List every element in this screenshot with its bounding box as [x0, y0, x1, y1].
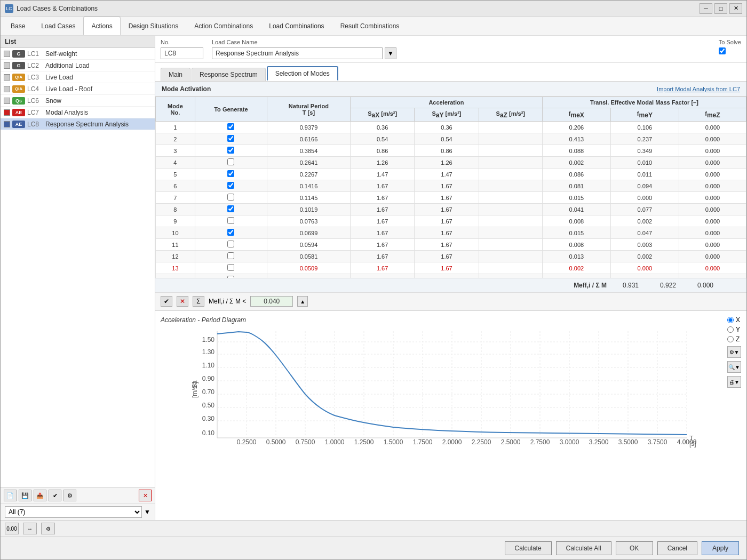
tool-btn-3[interactable]: ⚙: [41, 523, 55, 534]
cell-saz: [479, 122, 542, 133]
cell-fmex: 0.013: [542, 251, 610, 262]
radio-z[interactable]: Z: [727, 335, 740, 343]
lc7-stripe: [4, 109, 10, 116]
cell-generate[interactable]: [195, 180, 267, 192]
chart-zoom-btn[interactable]: 🔍▼: [727, 361, 741, 373]
cell-generate[interactable]: [195, 169, 267, 180]
cell-generate[interactable]: [195, 157, 267, 169]
generate-checkbox[interactable]: [227, 194, 234, 201]
generate-checkbox[interactable]: [227, 241, 234, 247]
tab-main[interactable]: Main: [161, 68, 190, 81]
tab-result-combinations[interactable]: Result Combinations: [332, 17, 408, 35]
delete-button[interactable]: ✕: [139, 490, 152, 501]
chart-print-btn[interactable]: 🖨▼: [727, 376, 741, 388]
radio-y[interactable]: Y: [727, 326, 740, 333]
filter-value-input[interactable]: [250, 296, 293, 307]
table-row: 5 0.2267 1.47 1.47 0.086 0.011 0.000: [156, 169, 746, 180]
tab-base[interactable]: Base: [3, 17, 33, 35]
generate-checkbox[interactable]: [227, 252, 234, 259]
filter-sigma-btn[interactable]: Σ: [193, 296, 204, 307]
filter-up-btn[interactable]: ▲: [297, 296, 308, 307]
ok-button[interactable]: OK: [616, 541, 653, 555]
table-row: 2 0.6166 0.54 0.54 0.413 0.237 0.000: [156, 133, 746, 145]
generate-checkbox[interactable]: [227, 147, 234, 154]
name-input[interactable]: [212, 47, 383, 59]
cancel-button[interactable]: Cancel: [657, 541, 697, 555]
filter-check-btn[interactable]: ✔: [161, 296, 172, 307]
lc4-id: LC4: [27, 85, 43, 93]
generate-checkbox[interactable]: [227, 229, 234, 236]
filter-delete-btn[interactable]: ✕: [177, 296, 188, 307]
cell-generate[interactable]: [195, 204, 267, 215]
minimize-button[interactable]: ─: [700, 3, 712, 14]
list-item-lc3[interactable]: QiA LC3 Live Load: [1, 71, 155, 83]
cell-generate[interactable]: [195, 215, 267, 227]
cell-generate[interactable]: [195, 145, 267, 157]
svg-text:3.5000: 3.5000: [618, 438, 638, 446]
cell-generate[interactable]: [195, 262, 267, 274]
tab-design-situations[interactable]: Design Situations: [121, 17, 186, 35]
tab-action-combinations[interactable]: Action Combinations: [186, 17, 261, 35]
radio-x[interactable]: X: [727, 316, 740, 324]
radio-z-input[interactable]: [727, 336, 734, 342]
generate-checkbox[interactable]: [227, 158, 234, 165]
tab-actions[interactable]: Actions: [83, 17, 120, 35]
maximize-button[interactable]: □: [714, 3, 727, 14]
list-item-lc6[interactable]: Qs LC6 Snow: [1, 95, 155, 107]
cell-generate[interactable]: [195, 274, 267, 278]
no-label: No.: [161, 39, 203, 45]
cell-generate[interactable]: [195, 227, 267, 239]
calculate-button[interactable]: Calculate: [505, 541, 552, 555]
list-item-lc7[interactable]: AE LC7 Modal Analysis: [1, 107, 155, 118]
cell-generate[interactable]: [195, 133, 267, 145]
svg-text:0.50: 0.50: [202, 402, 215, 409]
tool-btn-1[interactable]: 0.00: [5, 523, 19, 534]
to-solve-checkbox[interactable]: [719, 47, 726, 54]
svg-text:3.0000: 3.0000: [560, 438, 579, 446]
cell-generate[interactable]: [195, 239, 267, 251]
generate-checkbox[interactable]: [227, 123, 234, 130]
name-dropdown-arrow[interactable]: ▼: [385, 47, 396, 59]
svg-text:1.5000: 1.5000: [384, 438, 403, 446]
generate-checkbox[interactable]: [227, 135, 234, 142]
tab-selection-of-modes[interactable]: Selection of Modes: [267, 66, 338, 81]
list-item-lc1[interactable]: G LC1 Self-weight: [1, 48, 155, 60]
settings-button[interactable]: ⚙: [63, 490, 76, 501]
generate-checkbox[interactable]: [227, 182, 234, 189]
import-link[interactable]: Import Modal Analysis from LC7: [657, 86, 740, 92]
lc8-id: LC8: [27, 121, 43, 128]
tab-response-spectrum[interactable]: Response Spectrum: [192, 68, 266, 81]
cell-say: 1.67: [415, 204, 479, 215]
cell-generate[interactable]: [195, 192, 267, 204]
tool-btn-2[interactable]: ↔: [23, 523, 37, 534]
generate-checkbox[interactable]: [227, 264, 234, 271]
cell-period: 0.9379: [267, 122, 350, 133]
lc4-stripe: [4, 86, 10, 92]
apply-button[interactable]: Apply: [702, 541, 739, 555]
generate-checkbox[interactable]: [227, 205, 234, 212]
dropdown-chevron[interactable]: ▼: [144, 508, 150, 516]
close-button[interactable]: ✕: [729, 3, 742, 14]
cell-period: 0.1019: [267, 204, 350, 215]
chart-settings-btn[interactable]: ⚙▼: [727, 346, 741, 358]
tab-load-cases[interactable]: Load Cases: [33, 17, 83, 35]
save-button[interactable]: 💾: [19, 490, 31, 501]
add-button[interactable]: 📄: [4, 490, 17, 501]
generate-checkbox[interactable]: [227, 217, 234, 224]
cell-mode-no: 1: [156, 122, 195, 133]
check-button[interactable]: ✔: [49, 490, 61, 501]
calculate-all-button[interactable]: Calculate All: [556, 541, 611, 555]
generate-checkbox[interactable]: [227, 170, 234, 177]
list-item-lc4[interactable]: QiA LC4 Live Load - Roof: [1, 83, 155, 95]
list-item-lc8[interactable]: AE LC8 Response Spectrum Analysis: [1, 118, 155, 130]
radio-y-input[interactable]: [727, 326, 734, 333]
cell-generate[interactable]: [195, 251, 267, 262]
list-item-lc2[interactable]: G LC2 Additional Load: [1, 60, 155, 71]
cell-sax: 0.86: [350, 145, 414, 157]
tab-load-combinations[interactable]: Load Combinations: [261, 17, 332, 35]
export-button[interactable]: 📤: [34, 490, 46, 501]
filter-dropdown[interactable]: All (7): [5, 506, 142, 518]
cell-saz: [479, 239, 542, 251]
radio-x-input[interactable]: [727, 317, 734, 323]
cell-generate[interactable]: [195, 122, 267, 133]
